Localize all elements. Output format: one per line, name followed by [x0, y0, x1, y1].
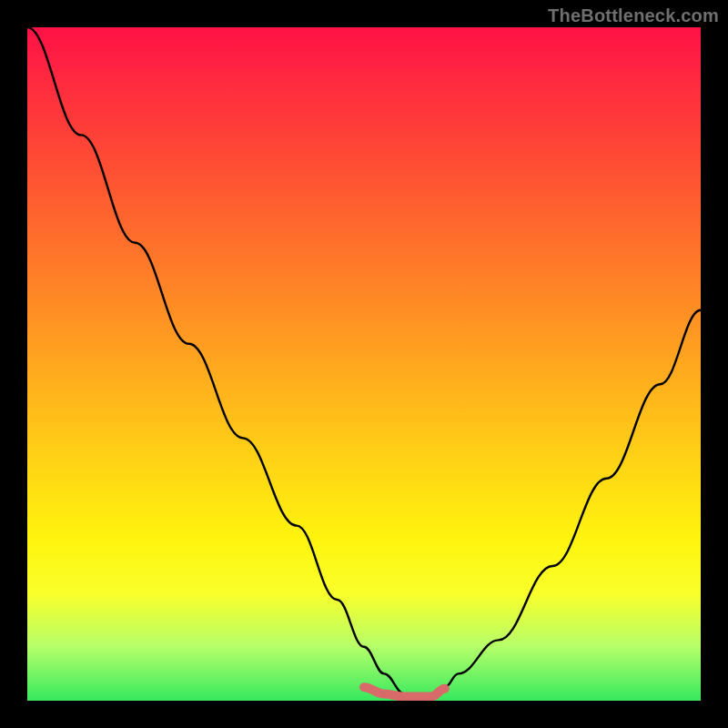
plot-area — [27, 27, 701, 701]
watermark-text: TheBottleneck.com — [548, 5, 719, 26]
sweet-range-marker-path — [364, 687, 445, 696]
chart-svg — [27, 27, 701, 701]
bottleneck-curve-path — [27, 27, 701, 694]
chart-stage: TheBottleneck.com — [0, 0, 728, 728]
